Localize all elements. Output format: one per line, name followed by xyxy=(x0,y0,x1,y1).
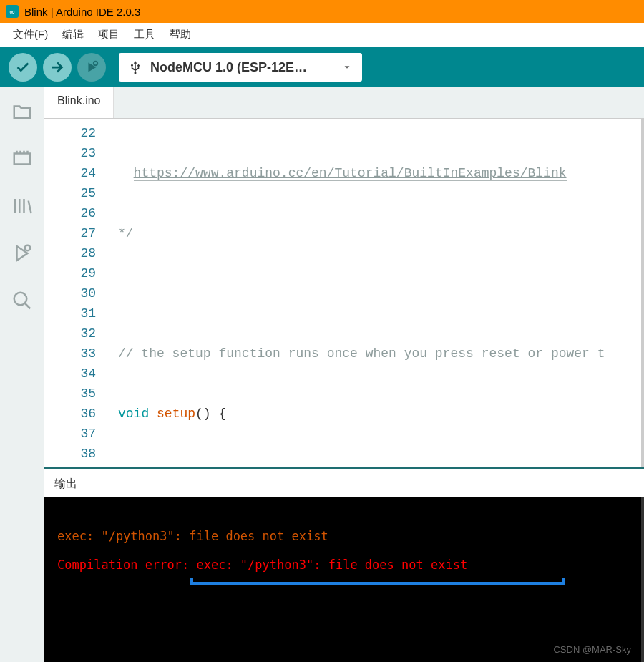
svg-rect-1 xyxy=(14,154,30,165)
code-area[interactable]: https://www.arduino.cc/en/Tutorial/Built… xyxy=(109,119,641,467)
svg-point-2 xyxy=(24,245,30,251)
board-selector[interactable]: NodeMCU 1.0 (ESP-12E… xyxy=(119,53,362,82)
annotation-underline xyxy=(190,578,565,585)
code-link[interactable]: https://www.arduino.cc/en/Tutorial/Built… xyxy=(134,166,567,181)
menubar: 文件(F) 编辑 项目 工具 帮助 xyxy=(0,23,644,47)
tabbar: Blink.ino xyxy=(44,87,644,119)
menu-edit[interactable]: 编辑 xyxy=(57,25,89,44)
output-line: exec: "/python3": file does not exist xyxy=(57,529,328,543)
folder-icon[interactable] xyxy=(11,100,34,123)
window-title: Blink | Arduino IDE 2.0.3 xyxy=(24,6,140,18)
upload-button[interactable] xyxy=(43,53,72,82)
line-gutter: 222324 252627 282930 313233 343536 3738 xyxy=(44,119,109,467)
chevron-down-icon xyxy=(342,62,352,72)
menu-file[interactable]: 文件(F) xyxy=(7,25,54,44)
verify-button[interactable] xyxy=(9,53,37,82)
titlebar: ∞ Blink | Arduino IDE 2.0.3 xyxy=(0,0,644,23)
menu-tools[interactable]: 工具 xyxy=(128,25,161,44)
svg-point-3 xyxy=(14,293,26,306)
board-label: NodeMCU 1.0 (ESP-12E… xyxy=(150,60,307,75)
watermark: CSDN @MAR-Sky xyxy=(553,644,631,655)
check-icon xyxy=(15,59,31,75)
output-error-line: Compilation error: exec: "/python3": fil… xyxy=(57,558,467,572)
boards-manager-icon[interactable] xyxy=(11,147,34,170)
menu-help[interactable]: 帮助 xyxy=(164,25,197,44)
menu-sketch[interactable]: 项目 xyxy=(92,25,125,44)
output-console[interactable]: exec: "/python3": file does not exist Co… xyxy=(44,497,644,662)
search-icon[interactable] xyxy=(11,289,34,312)
code-editor[interactable]: 222324 252627 282930 313233 343536 3738 … xyxy=(44,119,644,467)
arrow-right-icon xyxy=(49,59,65,75)
svg-point-0 xyxy=(94,62,98,66)
app-icon: ∞ xyxy=(6,5,19,18)
usb-icon xyxy=(129,59,142,75)
sidebar xyxy=(0,87,44,662)
output-header: 输出 xyxy=(44,467,644,497)
tab-blink[interactable]: Blink.ino xyxy=(44,87,114,118)
toolbar: NodeMCU 1.0 (ESP-12E… xyxy=(0,47,644,87)
debug-button[interactable] xyxy=(77,53,106,82)
library-manager-icon[interactable] xyxy=(11,195,34,218)
debug-play-icon xyxy=(84,59,99,75)
debug-panel-icon[interactable] xyxy=(11,242,34,265)
